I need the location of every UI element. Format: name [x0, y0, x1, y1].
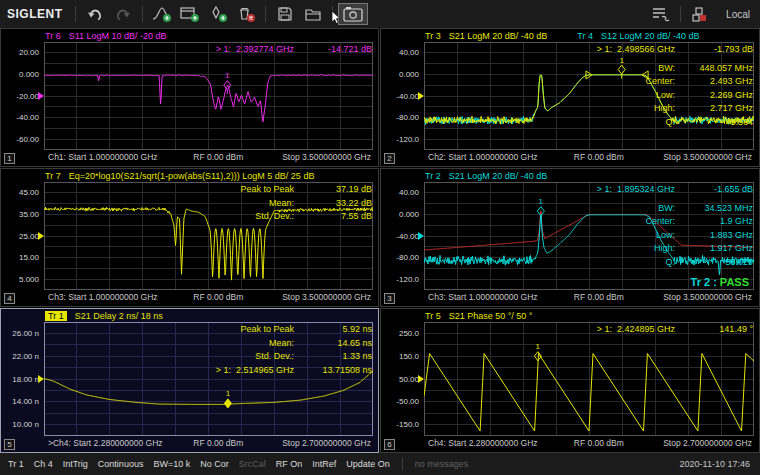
y-axis-label: 15.00	[1, 253, 39, 262]
toolbar-separator	[680, 6, 681, 22]
readout-value: -14.721 dB	[294, 43, 372, 57]
readout-value: 33.22 dB	[294, 197, 372, 211]
y-axis-label: 22.00 n	[1, 352, 39, 361]
panel-number[interactable]: 6	[384, 439, 395, 450]
readout-value: 1.883 GHz	[675, 229, 753, 243]
readout-label: > 1: 2.392774 GHz	[137, 43, 294, 57]
add-window-button[interactable]	[176, 2, 204, 26]
program-icon	[691, 6, 709, 22]
status-item[interactable]: IntRef	[312, 459, 336, 469]
channel-start-label: >Ch4: Start 2.280000000 GHz	[48, 438, 163, 448]
status-item[interactable]: Update On	[346, 459, 390, 469]
marker-readouts: > 1: 2.424895 GHz141.49 °	[518, 323, 753, 337]
sequence-button[interactable]	[647, 2, 675, 26]
trace-label: Eq=20*log10(S21/sqrt(1-pow(abs(S11),2)))…	[69, 171, 315, 181]
readout-label: Center:	[518, 215, 675, 229]
recall-button[interactable]	[299, 2, 327, 26]
trash-icon	[235, 5, 257, 23]
trace-panel[interactable]: Tr 3S21 LogM 20 dB/ -40 dBTr 4S12 LogM 2…	[380, 28, 760, 167]
status-item[interactable]: RF On	[276, 459, 303, 469]
panel-number[interactable]: 1	[4, 153, 15, 164]
readout-label: Low:	[518, 89, 675, 103]
y-axis-label: -80.00	[381, 113, 419, 122]
panel-title: Tr 3S21 LogM 20 dB/ -40 dBTr 4S12 LogM 2…	[425, 30, 708, 41]
delete-trace-button[interactable]	[232, 2, 260, 26]
channel-stop-label: Stop 3.500000000 GHz	[282, 292, 371, 302]
sequence-icon	[651, 6, 671, 22]
readout-label: Std. Dev.:	[137, 350, 294, 364]
readout-value: 141.49 °	[675, 323, 753, 337]
marker-number: 1	[226, 389, 231, 398]
channel-start-label: Ch1: Start 1.000000000 GHz	[48, 152, 158, 162]
y-axis-label: 35.00	[1, 210, 39, 219]
rf-power-label: RF 0.00 dBm	[193, 152, 243, 162]
panel-number[interactable]: 4	[4, 293, 15, 304]
trace-panel[interactable]: Tr 1S21 Delay 2 ns/ 18 ns 1 Peak to Peak…	[0, 308, 379, 453]
readout-value: 1.33 ns	[294, 350, 372, 364]
trace-panel[interactable]: Tr 2S21 LogM 20 dB/ -40 dB 1 > 1: 1.8953…	[380, 168, 760, 307]
add-trace-button[interactable]	[148, 2, 176, 26]
panel-title: Tr 6S11 LogM 10 dB/ -20 dB	[45, 30, 175, 41]
y-axis-label: 50.00	[381, 375, 419, 384]
readout-value: -1.655 dB	[675, 183, 753, 197]
y-axis-label: 250.0	[381, 329, 419, 338]
plot-area[interactable]: 1	[424, 322, 754, 436]
trace-panel[interactable]: Tr 7Eq=20*log10(S21/sqrt(1-pow(abs(S11),…	[0, 168, 379, 307]
toolbar-separator	[142, 6, 143, 22]
status-bar: Tr 1Ch 4IntTrigContinuousBW=10 kNo CorSr…	[0, 453, 760, 475]
readout-value: 2.493 GHz	[675, 75, 753, 89]
channel-stop-label: Stop 3.500000000 GHz	[663, 152, 752, 162]
readout-value: 37.19 dB	[294, 183, 372, 197]
rf-power-label: RF 0.00 dBm	[193, 292, 243, 302]
channel-start-label: Ch3: Start 1.000000000 GHz	[48, 292, 158, 302]
y-axis-label: -40.00	[1, 113, 39, 122]
program-button[interactable]	[686, 2, 714, 26]
control-mode-label[interactable]: Local	[726, 9, 750, 20]
trace-label: S21 Delay 2 ns/ 18 ns	[75, 311, 163, 321]
trace-panel[interactable]: Tr 5S21 Phase 50 °/ 50 ° 1 > 1: 2.424895…	[380, 308, 760, 453]
redo-button[interactable]	[109, 2, 137, 26]
channel-start-label: Ch4: Start 2.280000000 GHz	[428, 438, 538, 448]
y-axis-label: 0.000	[1, 70, 39, 79]
undo-icon	[86, 6, 104, 22]
add-trace-icon	[151, 5, 173, 23]
undo-button[interactable]	[81, 2, 109, 26]
status-item[interactable]: SrcCal	[239, 459, 266, 469]
trace-label: S21 LogM 20 dB/ -40 dB	[449, 31, 548, 41]
y-axis-label: 25.00	[1, 232, 39, 241]
y-axis-label: 45.00	[1, 188, 39, 197]
siglent-logo: SIGLENT	[0, 7, 70, 21]
readout-label: BW:	[518, 62, 675, 76]
status-item[interactable]: Continuous	[98, 459, 144, 469]
toolbar-separator	[75, 6, 76, 22]
plot-area[interactable]: 1	[44, 42, 373, 150]
reference-level-marker	[418, 375, 424, 383]
readout-value: 2.269 GHz	[675, 89, 753, 103]
status-item[interactable]: BW=10 k	[153, 459, 190, 469]
readout-label: > 1: 2.424895 GHz	[518, 323, 675, 337]
rf-power-label: RF 0.00 dBm	[574, 292, 624, 302]
status-item[interactable]: Tr 1	[8, 459, 24, 469]
save-button[interactable]	[271, 2, 299, 26]
trace-label: S21 LogM 20 dB/ -40 dB	[449, 171, 548, 181]
y-axis-label: 40.00	[381, 48, 419, 57]
panel-number[interactable]: 5	[4, 439, 15, 450]
trace-label: Tr 5	[425, 311, 441, 321]
y-axis-label: 10.00 n	[1, 420, 39, 429]
status-item[interactable]: No Cor	[200, 459, 229, 469]
channel-stop-label: Stop 3.500000000 GHz	[282, 152, 371, 162]
readout-label: High:	[518, 102, 675, 116]
panel-number[interactable]: 3	[384, 293, 395, 304]
trace-panel[interactable]: Tr 6S11 LogM 10 dB/ -20 dB 1 > 1: 2.3927…	[0, 28, 379, 167]
add-marker-button[interactable]	[204, 2, 232, 26]
readout-label: > 1: 2.498566 GHz	[518, 43, 675, 57]
panel-footer: 4 Ch3: Start 1.000000000 GHz RF 0.00 dBm…	[1, 292, 378, 305]
channel-stop-label: Stop 3.500000000 GHz	[663, 292, 752, 302]
status-item[interactable]: IntTrig	[63, 459, 88, 469]
status-item[interactable]: Ch 4	[34, 459, 53, 469]
marker-readouts: > 1: 1.895324 GHz-1.655 dBBW:34.523 MHzC…	[518, 183, 753, 269]
panel-number[interactable]: 2	[384, 153, 395, 164]
mouse-cursor	[331, 11, 343, 25]
trace-label: Tr 2	[425, 171, 441, 181]
y-axis-label: 20.00	[1, 48, 39, 57]
